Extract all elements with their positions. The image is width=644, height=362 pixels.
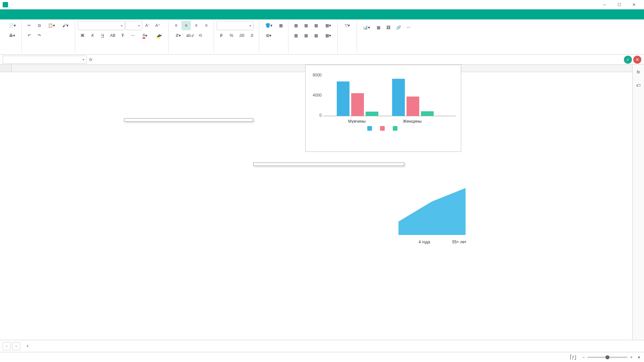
svg-text:Мужчины: Мужчины — [348, 119, 366, 123]
group-button[interactable]: ▦ — [301, 31, 311, 40]
increase-font-button[interactable]: A⁺ — [153, 21, 162, 30]
copy-button[interactable]: ⧉ — [35, 21, 44, 30]
strikethrough-button[interactable]: АВ — [108, 31, 117, 40]
font-size-select[interactable]: ▾ — [125, 21, 142, 30]
group-label-number — [217, 52, 256, 53]
link-button[interactable]: 🔗 — [394, 21, 403, 34]
new-file-button[interactable]: 📄▾ — [5, 21, 19, 30]
align-justify-button[interactable]: ≡ — [202, 21, 211, 30]
formula-cancel-button[interactable]: ✕ — [633, 56, 641, 64]
svg-text:4000: 4000 — [313, 93, 322, 98]
currency-button[interactable]: ₽ — [217, 31, 226, 40]
wrap-text-button[interactable]: ab↲ — [185, 31, 195, 40]
ribbon: 📄▾ 🖶▾ ✂ ⧉ 📋▾ 🖌▾ ↶ ↷ — [0, 19, 644, 55]
zoom-out-button[interactable]: − — [582, 355, 585, 360]
right-rail: fx 🏷 — [632, 65, 644, 340]
rotate-text-button[interactable]: ⟲ — [196, 31, 205, 40]
cut-button[interactable]: ✂ — [24, 21, 34, 30]
svg-text:Женщины: Женщины — [403, 119, 422, 123]
function-icon[interactable]: ⎡ƒ⎦ — [570, 355, 576, 360]
context-menu[interactable] — [124, 118, 253, 122]
insert-cells-button[interactable]: ▦ — [291, 21, 301, 30]
italic-button[interactable]: К — [88, 31, 97, 40]
paste-button[interactable]: 📋▾ — [45, 21, 58, 30]
merge-button[interactable]: ⊞▾ — [262, 31, 275, 40]
group-label-file — [5, 52, 19, 53]
valign-button[interactable]: ⇵▾ — [171, 31, 185, 40]
ungroup-button[interactable]: ▦ — [311, 31, 321, 40]
titlebar: ─ ☐ ✕ — [0, 0, 644, 9]
chart-apps[interactable]: 4 года 55+ лет — [396, 175, 470, 276]
align-right-button[interactable]: ≡ — [192, 21, 201, 30]
group-label-edit — [24, 52, 72, 53]
svg-rect-7 — [392, 79, 405, 116]
undo-button[interactable]: ↶ — [24, 31, 34, 40]
formula-bar: ▾ fx ✓ ✕ — [0, 55, 644, 65]
svg-rect-9 — [421, 111, 434, 116]
add-sheet-button[interactable]: ＋ — [23, 342, 32, 351]
group-label-font — [78, 52, 166, 53]
cell-reference-input[interactable]: ▾ — [3, 56, 87, 64]
group-label-insert — [360, 52, 413, 53]
more-insert-button[interactable]: ⋯ — [404, 21, 413, 34]
chart-smartphones[interactable]: 8000 4000 0 Мужчины Женщины — [305, 65, 461, 152]
minimize-button[interactable]: ─ — [597, 0, 612, 9]
close-button[interactable]: ✕ — [627, 0, 641, 9]
maximize-button[interactable]: ☐ — [612, 0, 627, 9]
font-family-select[interactable]: ▾ — [78, 21, 125, 30]
svg-text:4 года: 4 года — [419, 240, 430, 244]
more-font-button[interactable]: ₮ — [118, 31, 127, 40]
percent-button[interactable]: % — [227, 31, 236, 40]
pivot-button[interactable]: ▦ — [374, 21, 383, 34]
svg-rect-8 — [407, 97, 419, 116]
font-color-button[interactable]: А▾ — [138, 31, 152, 40]
highlight-color-button[interactable]: ◢▾ — [152, 31, 166, 40]
inc-decimal-button[interactable]: .00 — [237, 31, 246, 40]
redo-button[interactable]: ↷ — [35, 31, 44, 40]
fill-color-button[interactable]: 🪣▾ — [262, 21, 275, 30]
image-button[interactable]: 🖼 — [384, 21, 393, 34]
format-painter-button[interactable]: 🖌▾ — [59, 21, 72, 30]
svg-text:0: 0 — [319, 113, 322, 118]
align-center-button[interactable]: ≡ — [181, 21, 191, 30]
font-more-button[interactable]: ⋯ — [128, 31, 138, 40]
rail-fx-icon[interactable]: fx — [634, 67, 643, 77]
svg-rect-4 — [337, 81, 350, 116]
dec-decimal-button[interactable]: .0 — [247, 31, 256, 40]
chart-button[interactable]: 📊▾ — [360, 21, 373, 34]
table-button[interactable]: ▦▾ — [321, 21, 335, 30]
group-label-cells — [262, 52, 285, 53]
tab-prev-button[interactable]: ‹ — [3, 342, 11, 350]
chart-legend — [308, 126, 458, 131]
formula-accept-button[interactable]: ✓ — [624, 56, 632, 64]
tab-next-button[interactable]: › — [12, 342, 20, 350]
delete-cells-button[interactable]: ▦ — [301, 21, 311, 30]
svg-text:8000: 8000 — [313, 73, 322, 77]
zoom-slider[interactable] — [587, 357, 628, 358]
zoom-control[interactable]: − + ▾ — [582, 355, 640, 360]
number-format-select[interactable]: ▾ — [217, 21, 254, 30]
print-button[interactable]: 🖶▾ — [5, 31, 19, 40]
bar-chart-svg: 8000 4000 0 Мужчины Женщины — [308, 70, 458, 123]
bold-button[interactable]: Ж — [78, 31, 87, 40]
rail-tag-icon[interactable]: 🏷 — [634, 81, 643, 90]
area-chart-svg: 4 года 55+ лет — [398, 178, 469, 245]
format-cells-button[interactable]: ▦ — [311, 21, 321, 30]
select-all-corner[interactable] — [0, 65, 12, 72]
status-bar: ⎡ƒ⎦ − + ▾ — [0, 352, 644, 362]
sheet-tabs: ‹ › ＋ — [0, 340, 644, 352]
group-label-data — [291, 52, 335, 53]
decrease-font-button[interactable]: A⁻ — [143, 21, 152, 30]
align-left-button[interactable]: ≡ — [171, 21, 181, 30]
freeze-button[interactable]: ▦ — [291, 31, 301, 40]
menubar — [0, 9, 644, 19]
borders-button[interactable]: ▦ — [276, 21, 285, 30]
fx-icon[interactable]: fx — [89, 57, 92, 62]
clipboard-submenu[interactable] — [253, 163, 404, 166]
spreadsheet-grid[interactable]: 8000 4000 0 Мужчины Женщины — [0, 65, 632, 340]
more-table-button[interactable]: ▦▾ — [321, 31, 335, 40]
group-label-empty — [340, 48, 354, 53]
underline-button[interactable]: Ч — [98, 31, 107, 40]
filter-button[interactable]: ▽▾ — [340, 21, 354, 30]
zoom-in-button[interactable]: + — [630, 355, 633, 360]
